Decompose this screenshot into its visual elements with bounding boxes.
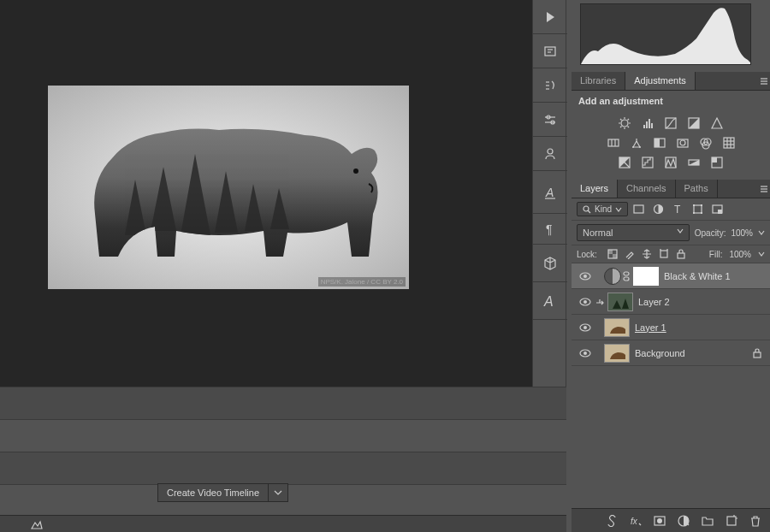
svg-rect-36 [608, 139, 619, 146]
chevron-down-icon[interactable] [758, 229, 765, 236]
play-icon [543, 10, 557, 24]
layer-name: Black & White 1 [664, 271, 731, 281]
selective-color-icon[interactable] [710, 155, 725, 169]
channel-mixer-icon[interactable] [698, 135, 713, 150]
layers-tabs: Layers Channels Paths [572, 180, 770, 198]
document-canvas[interactable]: NPS/K. Jalone / CC BY 2.0 [48, 86, 409, 289]
tab-paths[interactable]: Paths [676, 180, 718, 198]
svg-rect-42 [654, 139, 660, 147]
layer-thumb[interactable] [604, 318, 630, 337]
lock-artboard-icon[interactable] [659, 249, 669, 259]
posterize-icon[interactable] [641, 155, 655, 169]
tab-adjustments[interactable]: Adjustments [625, 72, 696, 90]
create-video-timeline-button[interactable]: Create Video Timeline [157, 483, 269, 502]
filter-smart-icon[interactable] [712, 204, 723, 215]
black-white-icon[interactable] [652, 135, 666, 150]
blend-mode-bar: Normal Opacity: 100% [572, 221, 770, 245]
histogram-display[interactable] [580, 3, 751, 65]
svg-point-86 [583, 300, 587, 304]
blend-mode-value: Normal [583, 228, 613, 238]
exposure-icon[interactable] [687, 115, 702, 130]
panel-menu-button[interactable] [758, 72, 770, 90]
new-layer-button[interactable] [726, 515, 737, 527]
tab-channels[interactable]: Channels [618, 180, 675, 198]
vibrance-icon[interactable] [710, 115, 725, 130]
levels-icon[interactable] [641, 115, 655, 130]
glyphs-panel-button[interactable]: A [533, 282, 567, 320]
paragraph-panel-button[interactable]: ¶ [533, 214, 567, 245]
layer-style-button[interactable]: fx [630, 515, 642, 527]
opacity-label: Opacity: [695, 228, 726, 238]
opacity-value[interactable]: 100% [731, 228, 753, 238]
visibility-toggle[interactable] [575, 322, 595, 334]
photo-filter-icon[interactable] [675, 135, 690, 150]
color-balance-icon[interactable] [629, 135, 643, 150]
lock-pixels-icon[interactable] [625, 249, 635, 259]
tab-libraries[interactable]: Libraries [572, 72, 625, 90]
filter-pixel-icon[interactable] [633, 204, 644, 215]
layer-row-pixel[interactable]: Layer 2 [572, 289, 770, 315]
lock-position-icon[interactable] [642, 249, 652, 259]
chevron-down-icon[interactable] [758, 251, 765, 257]
visibility-toggle[interactable] [575, 347, 595, 359]
timeline-panel: Create Video Timeline [0, 387, 566, 532]
layer-name: Background [635, 348, 685, 358]
adjustment-layer-thumb [604, 268, 621, 285]
panel-menu-button[interactable] [758, 180, 770, 198]
curves-icon[interactable] [664, 115, 678, 130]
svg-text:A: A [545, 186, 554, 199]
filter-kind-dropdown[interactable]: Kind [577, 202, 628, 216]
add-mask-button[interactable] [654, 515, 666, 527]
lock-transparency-icon[interactable] [607, 249, 618, 259]
play-button[interactable] [533, 0, 567, 34]
svg-text:T: T [674, 204, 681, 215]
svg-point-13 [548, 149, 553, 154]
layer-thumb[interactable] [604, 344, 630, 363]
filter-adjustment-icon[interactable] [653, 204, 664, 215]
svg-text:fx: fx [631, 517, 638, 526]
lock-all-icon[interactable] [676, 249, 686, 259]
layer-row-background[interactable]: Background [572, 340, 770, 366]
filter-shape-icon[interactable] [692, 204, 703, 215]
hue-saturation-icon[interactable] [606, 135, 620, 150]
svg-point-40 [639, 146, 641, 148]
layers-footer-bar: fx [572, 508, 770, 532]
character-panel-button[interactable]: A [533, 171, 567, 214]
properties-button[interactable] [533, 137, 567, 171]
mask-link-icon[interactable] [623, 271, 631, 281]
chevron-down-icon [274, 488, 282, 497]
brush-settings-button[interactable] [533, 68, 567, 103]
tab-layers[interactable]: Layers [572, 180, 618, 198]
timeline-footer [0, 515, 566, 532]
layer-row-adjustment[interactable]: Black & White 1 [572, 263, 770, 289]
visibility-toggle[interactable] [575, 270, 595, 282]
filter-type-icon[interactable]: T [672, 204, 684, 215]
svg-rect-76 [613, 254, 617, 258]
layer-mask-thumb[interactable] [633, 267, 659, 286]
3d-panel-button[interactable] [533, 245, 567, 282]
new-group-button[interactable] [702, 515, 714, 527]
info-panel-button[interactable] [533, 34, 567, 68]
fill-value[interactable]: 100% [729, 250, 751, 259]
visibility-toggle[interactable] [575, 296, 595, 308]
blend-mode-dropdown[interactable]: Normal [577, 224, 690, 241]
clone-source-button[interactable] [533, 103, 567, 137]
delete-layer-button[interactable] [749, 515, 761, 527]
brightness-contrast-icon[interactable] [618, 115, 632, 130]
svg-text:¶: ¶ [546, 222, 553, 236]
link-layers-button[interactable] [606, 515, 618, 527]
create-video-timeline-group: Create Video Timeline [157, 483, 288, 502]
layer-thumb[interactable] [607, 293, 633, 311]
invert-icon[interactable] [618, 155, 632, 169]
color-lookup-icon[interactable] [721, 135, 736, 150]
svg-line-63 [588, 210, 590, 213]
timeline-track-1 [0, 420, 566, 452]
gradient-map-icon[interactable] [687, 155, 702, 169]
new-adjustment-button[interactable] [678, 515, 690, 527]
glyph-a-icon: A [542, 293, 558, 309]
create-video-timeline-dropdown[interactable] [269, 483, 288, 502]
histogram-graph [581, 4, 751, 65]
layer-row-pixel[interactable]: Layer 1 [572, 315, 770, 340]
threshold-icon[interactable] [664, 155, 678, 169]
svg-rect-75 [608, 250, 613, 254]
